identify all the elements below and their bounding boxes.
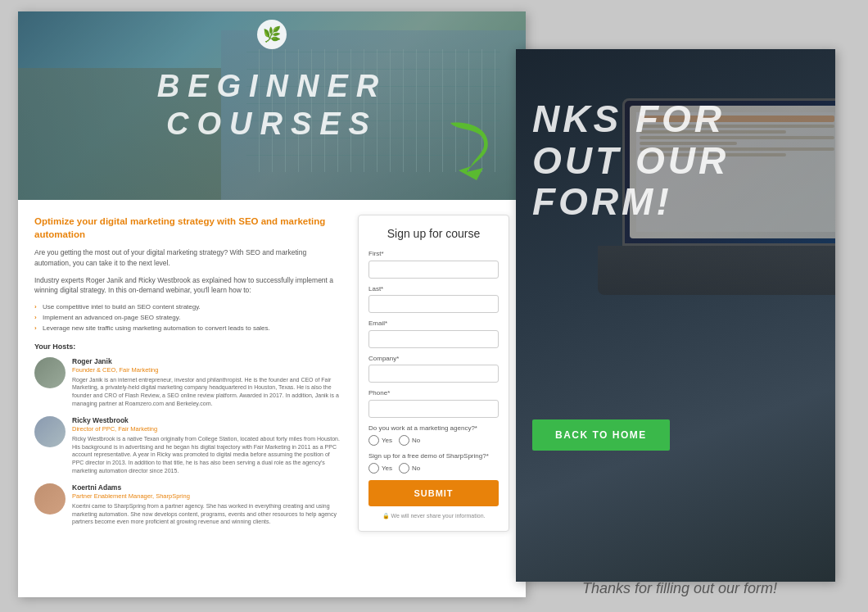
host-info-3: Koertni Adams Partner Enablement Manager… — [72, 483, 341, 526]
email-group: Email* — [368, 320, 499, 348]
host-item-3: Koertni Adams Partner Enablement Manager… — [34, 483, 341, 526]
host-item-2: Ricky Westbrook Director of PPC, Fair Ma… — [34, 416, 341, 475]
hero-line2: COURSES — [157, 106, 387, 143]
host-item-1: Roger Janik Founder & CEO, Fair Marketin… — [34, 357, 341, 408]
thankyou-line1: NKS FOR — [532, 98, 729, 140]
sharpspring-demo-group: Sign up for a free demo of SharpSpring?*… — [368, 452, 499, 474]
content-section: Optimize your digital marketing strategy… — [18, 200, 526, 542]
marketing-yes-radio[interactable] — [368, 435, 379, 446]
thankyou-text: NKS FOR OUT OUR FORM! — [532, 98, 729, 223]
host-desc-2: Ricky Westbrook is a native Texan origin… — [72, 435, 341, 475]
green-arrow — [442, 115, 508, 180]
email-label: Email* — [368, 320, 499, 327]
last-name-label: Last* — [368, 285, 499, 292]
first-name-group: First* — [368, 250, 499, 279]
host-name-1: Roger Janik — [72, 357, 341, 365]
host-name-2: Ricky Westbrook — [72, 416, 341, 424]
host-desc-1: Roger Janik is an internet entrepreneur,… — [72, 376, 341, 408]
hero-line1: BEGINNER — [157, 68, 387, 106]
host-avatar-2 — [34, 416, 66, 447]
host-role-3: Partner Enablement Manager, SharpSpring — [72, 492, 341, 500]
demo-no-label[interactable]: No — [399, 463, 420, 474]
company-group: Company* — [368, 355, 499, 383]
back-to-home-button[interactable]: BACK TO HOME — [532, 419, 670, 451]
submit-button[interactable]: SUBMIT — [368, 480, 499, 506]
host-desc-3: Koertni came to SharpSpring from a partn… — [72, 502, 341, 526]
hosts-label: Your Hosts: — [34, 342, 341, 351]
company-label: Company* — [368, 355, 499, 362]
last-name-input[interactable] — [368, 295, 499, 313]
host-info-2: Ricky Westbrook Director of PPC, Fair Ma… — [72, 416, 341, 475]
thankyou-page: NKS FOR OUT OUR FORM! BACK TO HOME — [516, 49, 835, 582]
thankyou-line3: FORM! — [532, 181, 729, 223]
form-title: Sign up for course — [368, 227, 499, 240]
sharpspring-demo-label: Sign up for a free demo of SharpSpring?* — [368, 452, 499, 460]
section-title: Optimize your digital marketing strategy… — [34, 215, 341, 241]
bullet-list: Use competitive intel to build an SEO co… — [34, 302, 341, 333]
first-name-input[interactable] — [368, 261, 499, 279]
hero-title: BEGINNER COURSES — [157, 68, 387, 143]
bullet-item-3: Leverage new site traffic using marketin… — [34, 324, 341, 334]
company-input[interactable] — [368, 365, 499, 383]
marketing-yes-label[interactable]: Yes — [368, 435, 392, 446]
body-text: Industry experts Roger Janik and Ricky W… — [34, 275, 341, 297]
thankyou-overlay: NKS FOR OUT OUR FORM! — [516, 49, 835, 582]
demo-no-radio[interactable] — [399, 463, 409, 474]
landing-page: 🌿 BEGINNER COURSES Optimize your digital… — [18, 11, 526, 597]
marketing-no-radio[interactable] — [399, 435, 409, 446]
host-avatar-1 — [34, 357, 66, 388]
host-name-3: Koertni Adams — [72, 483, 341, 492]
phone-label: Phone* — [368, 389, 499, 397]
arrow-icon — [442, 115, 508, 180]
phone-group: Phone* — [368, 389, 499, 418]
marketing-agency-options: Yes No — [368, 435, 499, 446]
demo-yes-label[interactable]: Yes — [368, 463, 392, 474]
marketing-agency-group: Do you work at a marketing agency?* Yes … — [368, 424, 499, 446]
host-avatar-3 — [34, 483, 66, 515]
thankyou-line2: OUT OUR — [532, 140, 729, 182]
demo-no-text: No — [412, 465, 420, 472]
intro-text: Are you getting the most out of your dig… — [34, 247, 341, 269]
logo-circle: 🌿 — [257, 20, 287, 49]
marketing-no-label[interactable]: No — [399, 435, 420, 446]
logo-area: 🌿 — [257, 20, 287, 49]
left-content: Optimize your digital marketing strategy… — [34, 215, 341, 534]
privacy-note: 🔒 We will never share your information. — [368, 513, 499, 519]
marketing-agency-label: Do you work at a marketing agency?* — [368, 424, 499, 432]
logo-leaf-icon: 🌿 — [263, 25, 281, 43]
demo-yes-text: Yes — [382, 465, 392, 472]
host-info-1: Roger Janik Founder & CEO, Fair Marketin… — [72, 357, 341, 408]
host-role-1: Founder & CEO, Fair Marketing — [72, 366, 341, 374]
no-text: No — [412, 437, 420, 444]
bullet-item-2: Implement an advanced on-page SEO strate… — [34, 313, 341, 324]
back-button-container: BACK TO HOME — [532, 419, 670, 451]
signup-form-panel: Sign up for course First* Last* Email* C… — [358, 215, 509, 532]
demo-yes-radio[interactable] — [368, 463, 379, 474]
first-name-label: First* — [368, 250, 499, 257]
bottom-text: Thanks for filling out our form! — [516, 580, 843, 597]
bullet-item-1: Use competitive intel to build an SEO co… — [34, 302, 341, 313]
host-role-2: Director of PPC, Fair Marketing — [72, 425, 341, 433]
sharpspring-demo-options: Yes No — [368, 463, 499, 474]
email-input[interactable] — [368, 330, 499, 348]
phone-input[interactable] — [368, 400, 499, 418]
yes-text: Yes — [382, 437, 392, 444]
last-name-group: Last* — [368, 285, 499, 314]
